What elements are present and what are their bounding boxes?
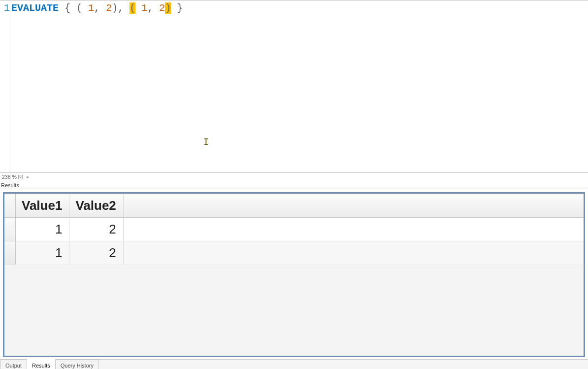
column-header[interactable]: Value1 — [16, 194, 69, 218]
row-header[interactable] — [4, 241, 16, 265]
text-caret-icon: I — [203, 136, 209, 147]
token-keyword: EVALUATE — [11, 2, 59, 14]
token-close-paren-highlight: ) — [165, 2, 171, 14]
token-comma: , — [118, 2, 124, 14]
results-panel-title: Results — [0, 182, 588, 189]
cell[interactable]: 2 — [69, 218, 123, 241]
token-space — [59, 2, 65, 14]
chevron-down-icon — [18, 175, 23, 179]
cell[interactable]: 1 — [16, 241, 69, 265]
results-panel: Results Value1 Value2 1 2 — [0, 181, 588, 369]
token-space — [100, 2, 106, 14]
token-number: 2 — [106, 2, 112, 14]
editor-scroll: 1 EVALUATE { ( 1, 2), ( 1, 2) } — [0, 0, 588, 172]
column-header[interactable]: Value2 — [69, 194, 123, 218]
table-row[interactable]: 1 2 — [4, 218, 584, 241]
results-grid-frame: Value1 Value2 1 2 1 2 — [3, 192, 585, 357]
tab-results[interactable]: Results — [27, 359, 56, 369]
token-comma: , — [94, 2, 100, 14]
svg-rect-0 — [18, 175, 22, 179]
token-comma: , — [147, 2, 153, 14]
grid-corner — [4, 194, 16, 218]
results-grid[interactable]: Value1 Value2 1 2 1 2 — [4, 194, 584, 265]
token-close-brace: } — [177, 2, 183, 14]
splitter-grip-icon[interactable]: ◂ — [24, 174, 29, 179]
cell-filler — [123, 241, 584, 265]
token-open-paren-highlight: ( — [130, 2, 135, 14]
cell-filler — [123, 218, 584, 241]
token-space — [135, 2, 141, 14]
token-open-brace: { — [65, 2, 70, 14]
editor-zoom-bar: 238 % ◂ — [0, 172, 588, 181]
editor-gutter: 1 — [0, 0, 10, 172]
column-filler — [123, 194, 584, 218]
tab-output[interactable]: Output — [0, 360, 27, 369]
cell[interactable]: 1 — [16, 218, 69, 241]
bottom-tab-strip: Output Results Query History — [0, 359, 588, 369]
zoom-level: 238 % — [2, 174, 17, 180]
token-close-paren: ) — [112, 2, 118, 14]
token-number: 1 — [141, 2, 147, 14]
token-space — [171, 2, 177, 14]
code-editor[interactable]: EVALUATE { ( 1, 2), ( 1, 2) } — [10, 0, 588, 172]
token-open-paren: ( — [76, 2, 82, 14]
table-row[interactable]: 1 2 — [4, 241, 584, 265]
results-header-row: Value1 Value2 — [4, 194, 584, 218]
row-header[interactable] — [4, 218, 16, 241]
line-number: 1 — [0, 1, 10, 15]
app-root: 1 EVALUATE { ( 1, 2), ( 1, 2) } I 238 % … — [0, 0, 588, 369]
cell[interactable]: 2 — [69, 241, 123, 265]
token-space — [82, 2, 88, 14]
editor-pane: 1 EVALUATE { ( 1, 2), ( 1, 2) } I — [0, 0, 588, 172]
token-space — [124, 2, 130, 14]
token-space — [153, 2, 159, 14]
tab-query-history[interactable]: Query History — [56, 360, 99, 369]
token-space — [70, 2, 76, 14]
token-number: 2 — [159, 2, 165, 14]
zoom-dropdown[interactable] — [18, 175, 23, 179]
token-number: 1 — [88, 2, 94, 14]
